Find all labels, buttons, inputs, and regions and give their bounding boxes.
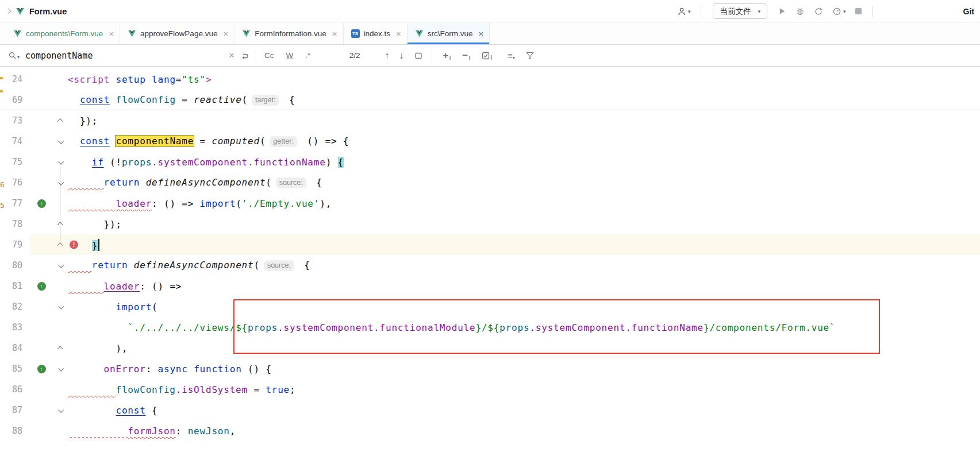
code-text[interactable]: const flowConfig = reactive(target: { xyxy=(68,94,295,106)
code-line[interactable]: 87 const { xyxy=(0,400,980,420)
line-number[interactable]: 88 xyxy=(0,426,30,436)
code-text[interactable]: loader: () => import('./Empty.vue'), xyxy=(68,198,332,209)
code-line[interactable]: 79! } xyxy=(0,234,980,255)
code-text[interactable]: return defineAsyncComponent(source: { xyxy=(68,177,322,188)
run-marker-icon[interactable]: ↑ xyxy=(30,282,53,291)
line-number[interactable]: 79 xyxy=(0,240,30,250)
fold-toggle-icon[interactable] xyxy=(53,181,68,185)
tab-components-form-vue[interactable]: components\Form.vue × xyxy=(6,23,120,44)
code-line[interactable]: 76 return defineAsyncComponent(source: { xyxy=(0,172,980,193)
line-number[interactable]: 87 xyxy=(0,405,30,415)
fold-toggle-icon[interactable] xyxy=(53,222,68,226)
code-line[interactable]: 74 const componentName = computed(getter… xyxy=(0,131,980,152)
fold-toggle-icon[interactable] xyxy=(53,160,68,164)
code-line[interactable]: 78 }); xyxy=(0,214,980,234)
regex-toggle[interactable]: .* xyxy=(305,51,310,60)
fold-toggle-icon[interactable] xyxy=(53,140,68,144)
tab-approveflowpage-vue[interactable]: approveFlowPage.vue × xyxy=(120,23,235,44)
error-badge-icon[interactable]: ! xyxy=(70,241,78,249)
code-line[interactable]: 85↑ onError: async function () { xyxy=(0,358,980,379)
code-text[interactable]: return defineAsyncComponent(source: { xyxy=(68,260,310,271)
run-marker-icon[interactable]: ↑ xyxy=(30,199,53,208)
whole-words-toggle[interactable]: W xyxy=(286,51,293,60)
line-number[interactable]: 78 xyxy=(0,219,30,229)
fold-toggle-icon[interactable] xyxy=(53,305,68,309)
code-text[interactable]: const componentName = computed(getter: (… xyxy=(68,136,349,147)
code-line[interactable]: 83 `./../../../views/${props.systemCompo… xyxy=(0,317,980,338)
close-icon[interactable]: × xyxy=(109,29,114,38)
fold-toggle-icon[interactable] xyxy=(53,243,68,247)
line-number[interactable]: 82 xyxy=(0,302,30,312)
tab-index-ts[interactable]: TS index.ts × xyxy=(344,23,408,44)
search-history-icon[interactable] xyxy=(241,52,249,60)
fold-toggle-icon[interactable] xyxy=(53,346,68,350)
previous-match-button[interactable]: ↑ xyxy=(385,51,389,61)
code-line[interactable]: 73 }); xyxy=(0,110,980,131)
next-match-button[interactable]: ↓ xyxy=(399,51,403,61)
code-text[interactable]: <script setup lang="ts"> xyxy=(68,74,212,85)
code-text[interactable]: if (!props.systemComponent.functionName)… xyxy=(68,157,344,168)
open-in-find-window-button[interactable] xyxy=(414,52,422,60)
code-text[interactable]: const { xyxy=(68,405,158,416)
breadcrumb-chevron-icon[interactable] xyxy=(6,9,11,14)
line-number[interactable]: 73 xyxy=(0,115,30,126)
code-text[interactable]: formJson: newJson, xyxy=(68,426,236,437)
code-line[interactable]: 24<script setup lang="ts"> xyxy=(0,69,980,90)
line-number[interactable]: 80 xyxy=(0,260,30,271)
debug-icon[interactable] xyxy=(795,7,805,16)
code-line[interactable]: 77↑ loader: () => import('./Empty.vue'), xyxy=(0,193,980,214)
code-line[interactable]: 86 flowConfig.isOldSystem = true; xyxy=(0,379,980,400)
tab-src-form-vue[interactable]: src\Form.vue × xyxy=(408,23,490,44)
fold-toggle-icon[interactable] xyxy=(53,119,68,123)
stop-icon[interactable] xyxy=(855,8,862,14)
code-text[interactable]: loader: () => xyxy=(68,281,182,292)
tab-forminformation-vue[interactable]: FormInformation.vue × xyxy=(235,23,343,44)
add-occurrence-button[interactable]: +∥ xyxy=(443,51,451,60)
close-icon[interactable]: × xyxy=(223,29,228,38)
search-input[interactable] xyxy=(25,51,228,61)
code-line[interactable]: 81↑ loader: () => xyxy=(0,276,980,296)
coverage-icon[interactable] xyxy=(814,7,823,16)
fold-toggle-icon[interactable] xyxy=(53,264,68,268)
select-all-occurrences-button[interactable]: ∥ xyxy=(482,52,493,60)
user-icon[interactable]: ▾ xyxy=(677,7,691,16)
code-text[interactable]: }); xyxy=(68,219,122,230)
search-icon[interactable]: ▾ xyxy=(8,51,20,60)
close-icon[interactable]: × xyxy=(479,29,484,38)
code-line[interactable]: 75 if (!props.systemComponent.functionNa… xyxy=(0,152,980,172)
code-line[interactable]: 88 formJson: newJson, xyxy=(0,420,980,441)
fold-toggle-icon[interactable] xyxy=(53,408,68,412)
editor[interactable]: 24<script setup lang="ts">69 const flowC… xyxy=(0,67,980,471)
clear-search-icon[interactable]: × xyxy=(229,50,235,61)
close-icon[interactable]: × xyxy=(332,29,337,38)
code-text[interactable]: ), xyxy=(68,343,128,354)
code-text[interactable]: }); xyxy=(68,115,98,126)
run-config-selector[interactable]: 当前文件 ▾ xyxy=(713,3,767,19)
code-text[interactable]: `./../../../views/${props.systemComponen… xyxy=(68,322,835,333)
line-number[interactable]: 86 xyxy=(0,384,30,395)
search-options-icon[interactable]: ≡▾ xyxy=(508,51,515,60)
close-icon[interactable]: × xyxy=(396,29,401,38)
match-case-toggle[interactable]: Cc xyxy=(264,51,274,60)
run-icon[interactable] xyxy=(778,7,786,16)
line-number[interactable]: 24 xyxy=(0,74,30,84)
profiler-icon[interactable]: ▾ xyxy=(832,7,846,16)
code-text[interactable]: import( xyxy=(68,302,158,312)
code-line[interactable]: 84 ), xyxy=(0,338,980,358)
code-line[interactable]: 69 const flowConfig = reactive(target: { xyxy=(0,90,980,110)
fold-toggle-icon[interactable] xyxy=(53,367,68,371)
line-number[interactable]: 75 xyxy=(0,157,30,167)
line-number[interactable]: 84 xyxy=(0,343,30,353)
code-line[interactable]: 82 import( xyxy=(0,296,980,317)
filter-icon[interactable] xyxy=(526,52,534,59)
run-marker-icon[interactable]: ↑ xyxy=(30,365,53,373)
line-number[interactable]: 85 xyxy=(0,364,30,374)
git-menu[interactable]: Git xyxy=(963,7,974,16)
line-number[interactable]: 83 xyxy=(0,322,30,333)
code-text[interactable]: onError: async function () { xyxy=(68,364,272,375)
code-line[interactable]: 80 return defineAsyncComponent(source: { xyxy=(0,255,980,276)
line-number[interactable]: 81 xyxy=(0,281,30,291)
line-number[interactable]: 69 xyxy=(0,95,30,105)
remove-occurrence-button[interactable]: −∥ xyxy=(462,51,471,60)
line-number[interactable]: 74 xyxy=(0,136,30,146)
